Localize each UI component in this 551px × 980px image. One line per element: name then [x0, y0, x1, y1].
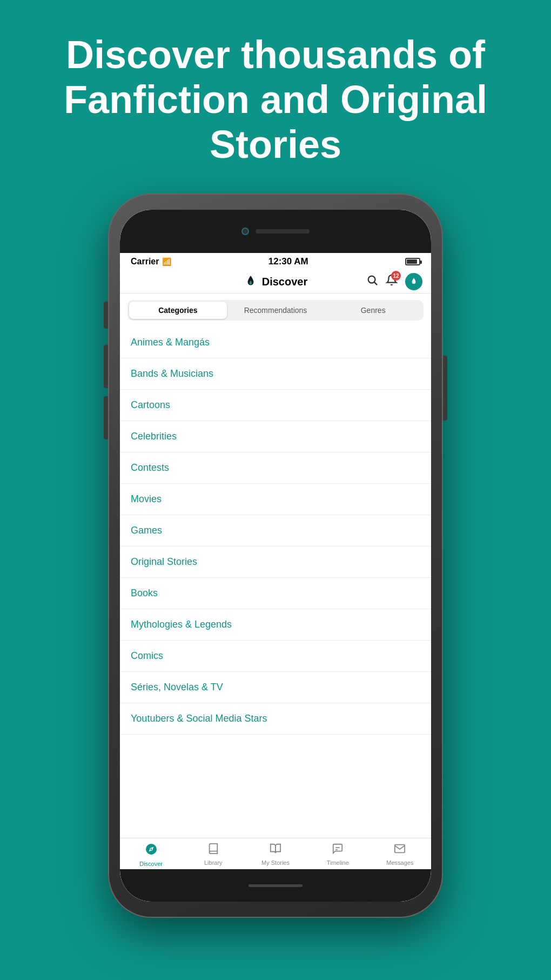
tab-my-stories[interactable]: My Stories — [244, 843, 306, 867]
category-comics[interactable]: Comics — [120, 641, 431, 672]
notifications-button[interactable]: 12 — [386, 274, 398, 289]
status-left: Carrier 📶 — [131, 257, 171, 266]
notification-badge: 12 — [391, 271, 401, 281]
library-icon — [207, 843, 219, 858]
segment-categories[interactable]: Categories — [129, 302, 227, 319]
svg-line-1 — [374, 283, 377, 285]
categories-list: Animes & Mangás Bands & Musicians Cartoo… — [120, 327, 431, 838]
category-games[interactable]: Games — [120, 515, 431, 546]
phone-mockup: Carrier 📶 12:30 AM Discover — [108, 194, 443, 918]
battery-fill — [407, 259, 417, 264]
tab-discover[interactable]: Discover — [120, 843, 182, 867]
status-right — [405, 258, 420, 265]
status-bar: Carrier 📶 12:30 AM — [120, 253, 431, 270]
category-movies[interactable]: Movies — [120, 484, 431, 515]
tab-timeline[interactable]: Timeline — [307, 843, 369, 867]
svg-point-0 — [368, 276, 375, 283]
nav-title: Discover — [244, 275, 308, 289]
tab-library[interactable]: Library — [182, 843, 244, 867]
tab-timeline-label: Timeline — [327, 859, 349, 866]
tab-library-label: Library — [204, 859, 223, 866]
svg-point-3 — [150, 849, 152, 850]
nav-title-text: Discover — [262, 276, 308, 288]
bottom-tab-bar: Discover Library — [120, 838, 431, 869]
nav-actions: 12 — [366, 273, 422, 290]
nav-bar: Discover 12 — [120, 270, 431, 294]
tab-messages[interactable]: Messages — [369, 843, 431, 867]
flame-button[interactable] — [405, 273, 422, 290]
bottom-bezel — [120, 869, 431, 902]
search-button[interactable] — [366, 274, 378, 289]
carrier-label: Carrier — [131, 257, 159, 266]
volume-up-button — [104, 345, 108, 388]
segment-recommendations[interactable]: Recommendations — [227, 302, 325, 319]
timeline-icon — [332, 843, 344, 858]
category-series[interactable]: Séries, Novelas & TV — [120, 672, 431, 703]
home-indicator — [248, 884, 303, 887]
category-books[interactable]: Books — [120, 578, 431, 609]
category-contests[interactable]: Contests — [120, 452, 431, 484]
my-stories-icon — [270, 843, 281, 858]
category-celebrities[interactable]: Celebrities — [120, 421, 431, 452]
category-bands[interactable]: Bands & Musicians — [120, 358, 431, 390]
category-animes[interactable]: Animes & Mangás — [120, 327, 431, 358]
category-mythologies[interactable]: Mythologies & Legends — [120, 609, 431, 641]
tab-messages-label: Messages — [386, 859, 413, 866]
power-button — [443, 356, 447, 421]
earpiece-speaker — [256, 229, 310, 234]
hero-title: Discover thousands of Fanfiction and Ori… — [0, 0, 551, 188]
category-original-stories[interactable]: Original Stories — [120, 546, 431, 578]
segment-control: Categories Recommendations Genres — [127, 300, 424, 321]
battery-indicator — [405, 258, 420, 265]
category-youtubers[interactable]: Youtubers & Social Media Stars — [120, 703, 431, 735]
front-camera — [241, 228, 249, 235]
mute-button — [104, 302, 108, 329]
clock: 12:30 AM — [268, 256, 308, 267]
segment-genres[interactable]: Genres — [324, 302, 422, 319]
category-cartoons[interactable]: Cartoons — [120, 390, 431, 421]
phone-screen: Carrier 📶 12:30 AM Discover — [120, 210, 431, 902]
tab-my-stories-label: My Stories — [261, 859, 290, 866]
top-bezel — [120, 210, 431, 253]
tab-discover-label: Discover — [139, 861, 163, 867]
discover-icon — [145, 843, 158, 859]
flame-logo-icon — [244, 275, 258, 289]
phone-shell: Carrier 📶 12:30 AM Discover — [108, 194, 443, 918]
volume-down-button — [104, 396, 108, 439]
messages-icon — [394, 843, 406, 858]
wifi-icon: 📶 — [162, 257, 171, 266]
